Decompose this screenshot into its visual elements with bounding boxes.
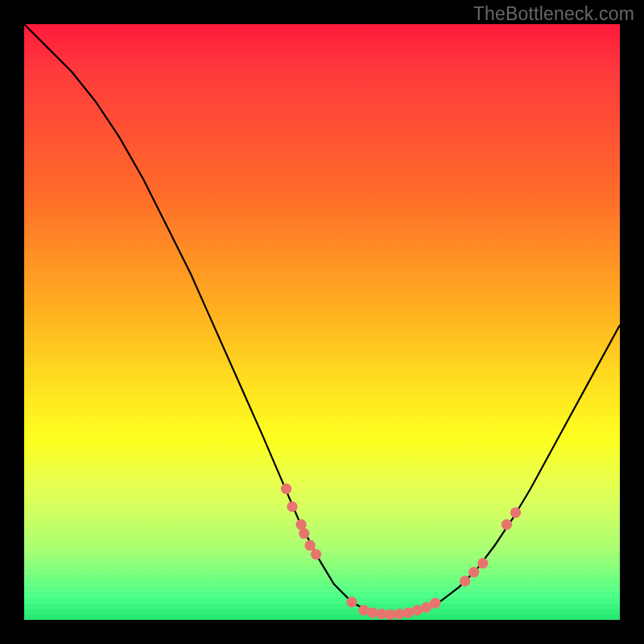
plot-area [24, 24, 620, 620]
bottleneck-curve [24, 24, 620, 615]
data-point [311, 549, 321, 559]
data-point [510, 507, 521, 518]
chart-container: TheBottleneck.com [0, 0, 644, 644]
data-point [502, 519, 512, 530]
data-point [460, 576, 470, 586]
data-point [469, 567, 479, 577]
data-point [281, 484, 291, 494]
data-point [287, 502, 297, 512]
data-points-group [281, 484, 521, 620]
data-point [305, 540, 316, 551]
data-point [346, 597, 357, 607]
data-point [299, 528, 309, 539]
data-point [430, 598, 440, 609]
data-point [477, 558, 488, 568]
chart-svg [24, 24, 620, 620]
attribution-text: TheBottleneck.com [473, 3, 634, 25]
